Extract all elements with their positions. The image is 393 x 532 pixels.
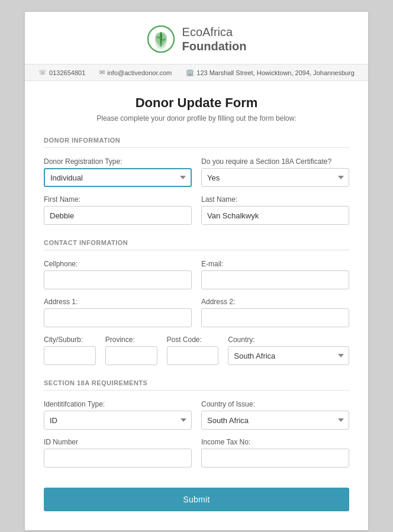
header-eco-text: EcoAfrica	[182, 25, 247, 39]
country-select[interactable]: South Africa Other	[228, 346, 349, 365]
province-label: Province:	[105, 336, 157, 344]
name-row: First Name: Last Name:	[44, 195, 349, 225]
contact-info-section-title: CONTACT INFORMATION	[44, 239, 349, 250]
form-subtitle: Please complete your donor profile by fi…	[44, 114, 349, 122]
phone-icon: ☏	[38, 69, 47, 76]
form-area: Donor Update Form Please complete your d…	[25, 81, 368, 530]
donor-type-row: Donor Registration Type: Individual Orga…	[44, 157, 349, 187]
phone-text: 0132654801	[49, 69, 85, 76]
postcode-group: Post Code:	[167, 336, 219, 365]
first-name-input[interactable]	[44, 206, 192, 225]
city-input[interactable]	[44, 346, 96, 365]
city-group: City/Suburb:	[44, 336, 96, 365]
submit-button[interactable]: Submit	[44, 488, 349, 511]
id-type-select[interactable]: ID Passport Other	[44, 411, 192, 430]
city-row: City/Suburb: Province: Post Code: Countr…	[44, 336, 349, 365]
donor-info-section-title: DONOR INFORMATION	[44, 137, 349, 148]
last-name-label: Last Name:	[201, 195, 349, 204]
province-input[interactable]	[105, 346, 157, 365]
last-name-input[interactable]	[201, 206, 349, 225]
postcode-label: Post Code:	[167, 336, 219, 344]
first-name-group: First Name:	[44, 195, 192, 225]
email-icon: ✉	[99, 69, 105, 76]
address-icon: 🏢	[186, 69, 194, 76]
address-text: 123 Marshall Street, Howicktown, 2094, J…	[196, 69, 355, 76]
contact-row: Cellphone: E-mail:	[44, 260, 349, 289]
address2-input[interactable]	[201, 308, 349, 327]
id-type-row: Identitifcation Type: ID Passport Other …	[44, 400, 349, 430]
income-tax-label: Income Tax No:	[201, 438, 349, 446]
address-row: Address 1: Address 2:	[44, 298, 349, 327]
postcode-input[interactable]	[167, 346, 219, 365]
email-label: E-mail:	[201, 260, 349, 268]
address1-input[interactable]	[44, 308, 192, 327]
cellphone-label: Cellphone:	[44, 260, 192, 268]
info-bar: ☏ 0132654801 ✉ info@activedonor.com 🏢 12…	[25, 64, 368, 81]
header-foundation-text: Foundation	[182, 39, 247, 53]
header: EcoAfrica Foundation	[25, 12, 368, 64]
registration-type-group: Donor Registration Type: Individual Orga…	[44, 157, 192, 187]
country-issue-label: Country of Issue:	[201, 400, 349, 408]
address1-group: Address 1:	[44, 298, 192, 327]
first-name-label: First Name:	[44, 195, 192, 204]
country-issue-group: Country of Issue: South Africa Other	[201, 400, 349, 430]
province-group: Province:	[105, 336, 157, 365]
address2-label: Address 2:	[201, 298, 349, 306]
header-text-block: EcoAfrica Foundation	[182, 25, 247, 53]
id-type-group: Identitifcation Type: ID Passport Other	[44, 400, 192, 430]
address1-label: Address 1:	[44, 298, 192, 306]
section18a-section-title: SECTION 18A REQUIREMENTS	[44, 379, 349, 391]
income-tax-input[interactable]	[201, 449, 349, 467]
cellphone-input[interactable]	[44, 270, 192, 289]
phone-info: ☏ 0132654801	[38, 69, 85, 76]
id-number-group: ID Number	[44, 438, 192, 467]
country-label: Country:	[228, 336, 349, 344]
email-info: ✉ info@activedonor.com	[99, 69, 172, 76]
logo-icon	[147, 25, 175, 53]
section18a-cert-group: Do you require a Section 18A Certificate…	[201, 157, 349, 187]
section18a-cert-label: Do you require a Section 18A Certificate…	[201, 157, 349, 166]
registration-type-select[interactable]: Individual Organisation Trust	[44, 168, 192, 187]
id-type-label: Identitifcation Type:	[44, 400, 192, 408]
city-label: City/Suburb:	[44, 336, 96, 344]
page-wrapper: EcoAfrica Foundation ☏ 0132654801 ✉ info…	[25, 12, 368, 530]
form-title: Donor Update Form	[44, 95, 349, 111]
income-tax-group: Income Tax No:	[201, 438, 349, 467]
address2-group: Address 2:	[201, 298, 349, 327]
section18a-cert-select[interactable]: Yes No	[201, 168, 349, 187]
id-number-input[interactable]	[44, 449, 192, 467]
email-text: info@activedonor.com	[107, 69, 172, 76]
email-group: E-mail:	[201, 260, 349, 289]
email-input[interactable]	[201, 270, 349, 289]
id-number-label: ID Number	[44, 438, 192, 446]
last-name-group: Last Name:	[201, 195, 349, 225]
country-issue-select[interactable]: South Africa Other	[201, 411, 349, 430]
cellphone-group: Cellphone:	[44, 260, 192, 289]
id-number-row: ID Number Income Tax No:	[44, 438, 349, 467]
registration-type-label: Donor Registration Type:	[44, 157, 192, 166]
address-info: 🏢 123 Marshall Street, Howicktown, 2094,…	[186, 69, 355, 76]
country-group: Country: South Africa Other	[228, 336, 349, 365]
